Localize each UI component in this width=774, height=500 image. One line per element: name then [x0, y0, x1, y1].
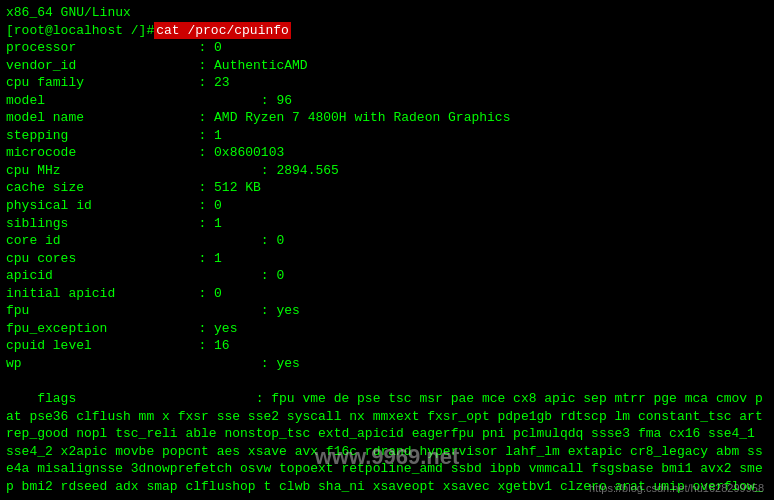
- key-stepping: stepping: [6, 127, 136, 145]
- val-modelname: : AMD Ryzen 7 4800H with Radeon Graphics: [136, 109, 510, 127]
- line-siblings: siblings : 1: [6, 215, 768, 233]
- line-wp: wp : yes: [6, 355, 768, 373]
- key-fpuexc: fpu_exception: [6, 320, 136, 338]
- prompt: [root@localhost /]#: [6, 22, 154, 40]
- val-processor: : 0: [136, 39, 222, 57]
- key-fpu: fpu: [6, 302, 136, 320]
- line-modelname: model name : AMD Ryzen 7 4800H with Rade…: [6, 109, 768, 127]
- line-processor: processor : 0: [6, 39, 768, 57]
- line-mhz: cpu MHz : 2894.565: [6, 162, 768, 180]
- val-microcode: : 0x8600103: [136, 144, 284, 162]
- val-siblings: : 1: [136, 215, 222, 233]
- key-cpucores: cpu cores: [6, 250, 136, 268]
- val-vendor: : AuthenticAMD: [136, 57, 308, 75]
- key-processor: processor: [6, 39, 136, 57]
- key-flags: flags: [37, 390, 167, 408]
- key-modelname: model name: [6, 109, 136, 127]
- key-vendor: vendor_id: [6, 57, 136, 75]
- line-vendor: vendor_id : AuthenticAMD: [6, 57, 768, 75]
- val-cpuid: : 16: [136, 337, 230, 355]
- line-initapicid: initial apicid : 0: [6, 285, 768, 303]
- val-fpu: : yes: [136, 302, 300, 320]
- line-flags: flags : fpu vme de pse tsc msr pae mce c…: [6, 372, 768, 500]
- line-microcode: microcode : 0x8600103: [6, 144, 768, 162]
- val-cache: : 512 KB: [136, 179, 261, 197]
- prev-prompt: x86_64 GNU/Linux: [6, 4, 131, 22]
- line-fpuexc: fpu_exception : yes: [6, 320, 768, 338]
- key-physid: physical id: [6, 197, 136, 215]
- line-coreid: core id : 0: [6, 232, 768, 250]
- val-physid: : 0: [136, 197, 222, 215]
- command-line: [root@localhost /]# cat /proc/cpuinfo: [6, 22, 768, 40]
- line-stepping: stepping : 1: [6, 127, 768, 145]
- val-fpuexc: : yes: [136, 320, 237, 338]
- line-cpucores: cpu cores : 1: [6, 250, 768, 268]
- val-stepping: : 1: [136, 127, 222, 145]
- key-apicid: apicid: [6, 267, 136, 285]
- line-cpuid: cpuid level : 16: [6, 337, 768, 355]
- key-microcode: microcode: [6, 144, 136, 162]
- line-model: model : 96: [6, 92, 768, 110]
- line-cpufamily: cpu family : 23: [6, 74, 768, 92]
- val-mhz: : 2894.565: [136, 162, 339, 180]
- key-cpufamily: cpu family: [6, 74, 136, 92]
- footer-link: https://blog.csdn.net/hu1628299958: [589, 482, 764, 494]
- val-cpucores: : 1: [136, 250, 222, 268]
- key-initapicid: initial apicid: [6, 285, 136, 303]
- key-siblings: siblings: [6, 215, 136, 233]
- key-cpuid: cpuid level: [6, 337, 136, 355]
- prev-line: x86_64 GNU/Linux: [6, 4, 768, 22]
- key-coreid: core id: [6, 232, 136, 250]
- key-cache: cache size: [6, 179, 136, 197]
- terminal-window: x86_64 GNU/Linux [root@localhost /]# cat…: [0, 0, 774, 500]
- line-fpu: fpu : yes: [6, 302, 768, 320]
- line-cache: cache size : 512 KB: [6, 179, 768, 197]
- line-apicid: apicid : 0: [6, 267, 768, 285]
- key-mhz: cpu MHz: [6, 162, 136, 180]
- command-text: cat /proc/cpuinfo: [154, 22, 291, 40]
- val-apicid: : 0: [136, 267, 284, 285]
- line-physid: physical id : 0: [6, 197, 768, 215]
- key-wp: wp: [6, 355, 136, 373]
- val-coreid: : 0: [136, 232, 284, 250]
- val-initapicid: : 0: [136, 285, 222, 303]
- key-model: model: [6, 92, 136, 110]
- val-wp: : yes: [136, 355, 300, 373]
- val-model: : 96: [136, 92, 292, 110]
- val-cpufamily: : 23: [136, 74, 230, 92]
